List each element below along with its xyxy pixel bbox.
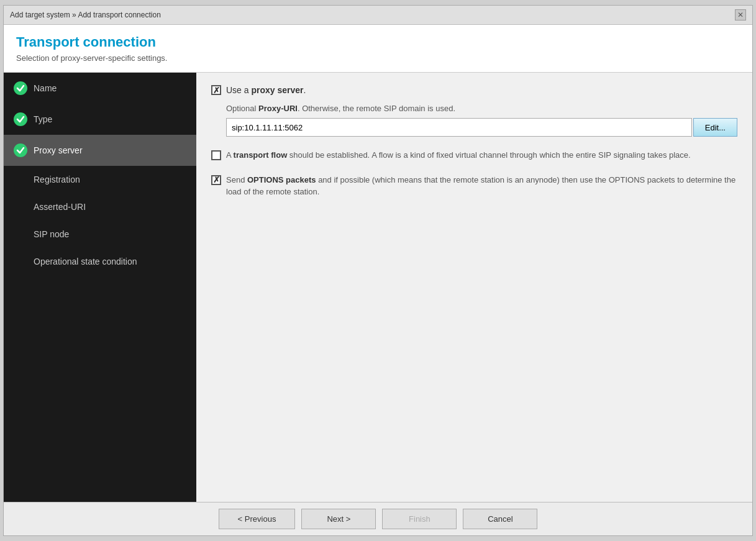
proxy-uri-desc-bold: Proxy-URI [258, 104, 298, 113]
transport-flow-checkbox[interactable] [211, 150, 221, 160]
proxy-uri-row: Edit... [226, 118, 737, 137]
cancel-button[interactable]: Cancel [463, 509, 537, 529]
sidebar-item-label-proxy: Proxy server [34, 145, 83, 155]
footer: < Previous Next > Finish Cancel [4, 502, 752, 535]
finish-button[interactable]: Finish [382, 509, 457, 529]
use-proxy-row: ✗ Use a proxy server. [211, 85, 737, 95]
sidebar-item-registration[interactable]: Registration [4, 166, 196, 193]
previous-button[interactable]: < Previous [219, 509, 296, 529]
next-button[interactable]: Next > [301, 509, 376, 529]
use-proxy-label-post: . [304, 85, 306, 95]
sidebar: Name Type Proxy server [4, 73, 196, 502]
sidebar-item-name[interactable]: Name [4, 73, 196, 104]
proxy-uri-desc-pre: Optional [226, 104, 258, 113]
title-bar: Add target system » Add transport connec… [4, 6, 752, 25]
sidebar-item-label-sip-node: SIP node [34, 229, 69, 239]
options-pre: Send [226, 175, 247, 184]
options-text: Send OPTIONS packets and if possible (wh… [226, 174, 737, 198]
body: Name Type Proxy server [4, 73, 752, 502]
transport-flow-post: should be established. A flow is a kind … [287, 150, 690, 160]
proxy-uri-desc: Optional Proxy-URI. Otherwise, the remot… [226, 104, 737, 113]
checkmark-icon-name [14, 81, 27, 95]
options-row: ✗ Send OPTIONS packets and if possible (… [211, 174, 737, 198]
sidebar-item-label-operational-state: Operational state condition [34, 257, 137, 266]
use-proxy-label: Use a proxy server. [226, 85, 306, 95]
title-bar-label: Add target system » Add transport connec… [10, 11, 161, 19]
use-proxy-label-pre: Use a [226, 85, 251, 95]
options-bold: OPTIONS packets [247, 175, 316, 184]
sidebar-item-label-registration: Registration [34, 175, 80, 184]
proxy-uri-input[interactable] [226, 118, 692, 137]
use-proxy-checkbox[interactable]: ✗ [211, 85, 221, 95]
header: Transport connection Selection of proxy-… [4, 25, 752, 73]
sidebar-item-sip-node[interactable]: SIP node [4, 220, 196, 248]
edit-button[interactable]: Edit... [693, 118, 737, 137]
checkmark-icon-type [14, 112, 27, 126]
close-icon: ✕ [737, 11, 744, 19]
use-proxy-label-bold: proxy server [251, 85, 303, 95]
transport-flow-text: A transport flow should be established. … [226, 149, 691, 161]
transport-flow-bold: transport flow [234, 150, 288, 160]
page-title: Transport connection [16, 34, 740, 50]
sidebar-item-label-asserted-uri: Asserted-URI [34, 202, 86, 212]
sidebar-item-operational-state[interactable]: Operational state condition [4, 248, 196, 275]
proxy-uri-desc-post: . Otherwise, the remote SIP domain is us… [298, 104, 455, 113]
page-subtitle: Selection of proxy-server-specific setti… [16, 53, 740, 63]
sidebar-item-proxy-server[interactable]: Proxy server [4, 135, 196, 166]
sidebar-item-label-type: Type [34, 114, 52, 124]
dialog: Add target system » Add transport connec… [3, 5, 753, 536]
sidebar-item-label-name: Name [34, 83, 57, 93]
sidebar-item-asserted-uri[interactable]: Asserted-URI [4, 193, 196, 220]
transport-flow-row: A transport flow should be established. … [211, 149, 737, 161]
options-checkbox[interactable]: ✗ [211, 175, 221, 185]
checkmark-icon-proxy [14, 143, 27, 157]
close-button[interactable]: ✕ [735, 9, 746, 20]
content-area: ✗ Use a proxy server. Optional Proxy-URI… [196, 73, 752, 502]
sidebar-item-type[interactable]: Type [4, 104, 196, 135]
transport-flow-pre: A [226, 150, 234, 160]
